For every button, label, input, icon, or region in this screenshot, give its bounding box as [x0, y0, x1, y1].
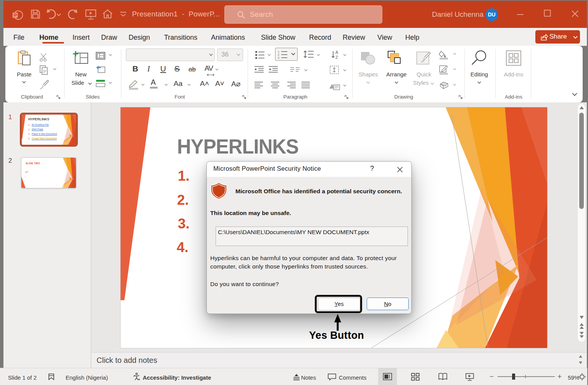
svg-text:Z: Z — [335, 55, 338, 60]
svg-text:3: 3 — [278, 57, 279, 59]
svg-text:A: A — [335, 50, 338, 55]
svg-text:1: 1 — [278, 50, 279, 53]
svg-text:2: 2 — [278, 53, 279, 56]
